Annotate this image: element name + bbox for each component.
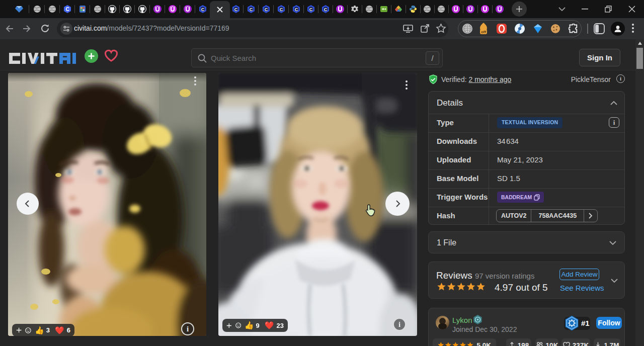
svg-text:C: C bbox=[309, 7, 313, 12]
svg-text:C: C bbox=[201, 7, 205, 12]
svg-text:C: C bbox=[65, 7, 69, 12]
svg-text:C: C bbox=[280, 7, 283, 12]
svg-text:off: off bbox=[481, 30, 487, 34]
svg-text:C: C bbox=[265, 7, 268, 12]
svg-text:C: C bbox=[295, 7, 298, 12]
svg-text:C: C bbox=[234, 7, 238, 12]
svg-text:C: C bbox=[250, 7, 253, 12]
svg-text:C: C bbox=[324, 7, 328, 12]
